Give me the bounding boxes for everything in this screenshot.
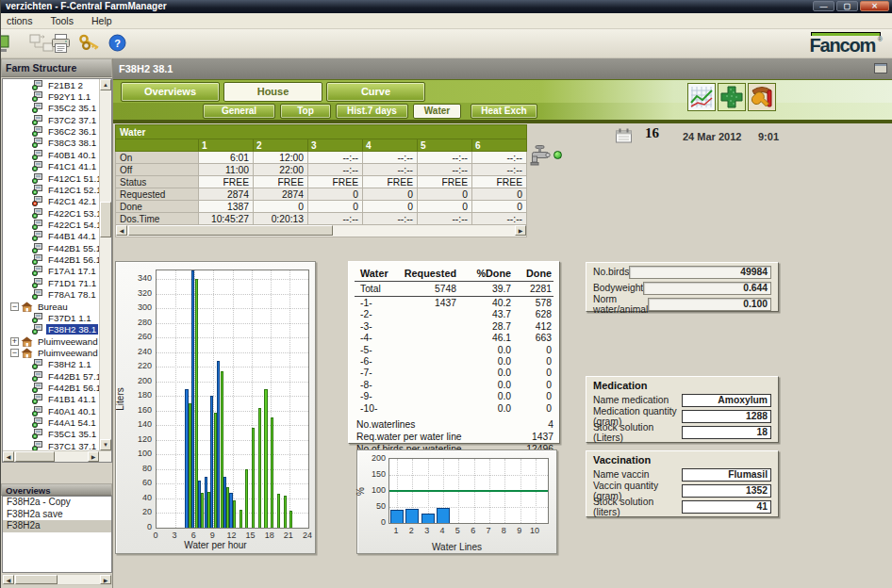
water-cell[interactable]: 0: [472, 188, 527, 201]
keys-icon[interactable]: [78, 34, 103, 57]
medication-value-field[interactable]: 18: [682, 426, 771, 439]
tree-item[interactable]: F44B1 44.1: [3, 231, 99, 242]
chart-button[interactable]: [687, 83, 716, 111]
tree-item[interactable]: F442B1 56.1: [3, 382, 99, 393]
tree-item[interactable]: F37D1 1.1: [3, 312, 99, 323]
water-cell[interactable]: 0: [254, 201, 308, 213]
tree-hscroll-thumb[interactable]: [15, 451, 55, 462]
water-cell[interactable]: FREE: [308, 176, 363, 188]
scroll-right-icon[interactable]: ▶: [515, 225, 526, 236]
medication-value-field[interactable]: 1288: [682, 410, 771, 423]
tree-item[interactable]: F78A1 78.1: [3, 288, 99, 300]
scroll-right-icon[interactable]: ▶: [88, 451, 99, 462]
scroll-right-icon[interactable]: ▶: [100, 575, 111, 584]
scroll-down-icon[interactable]: ▼: [100, 439, 111, 450]
water-cell[interactable]: 11:00: [199, 164, 254, 176]
menu-item-ctions[interactable]: ctions: [7, 15, 32, 26]
water-cell[interactable]: 0: [418, 188, 472, 201]
tree-item[interactable]: F92Y1 1.1: [3, 90, 99, 102]
scroll-left-icon[interactable]: ◀: [3, 575, 14, 584]
tree-item[interactable]: F442B1 55.1: [3, 242, 99, 253]
tree-item[interactable]: F41C1 41.1: [3, 161, 99, 172]
tree-item[interactable]: +Pluimveewand 70: [3, 335, 99, 347]
tree-item[interactable]: F71D1 71.1: [3, 277, 99, 288]
tree-item[interactable]: F442B1 57.1: [3, 370, 99, 382]
tree-item[interactable]: F35C1 35.1: [3, 429, 99, 440]
water-cell[interactable]: FREE: [472, 176, 527, 188]
overview-list-item[interactable]: F38H2a: [3, 520, 111, 532]
tab-hist-7-days[interactable]: Hist.7 days: [336, 104, 408, 119]
water-cell[interactable]: 22:00: [254, 164, 308, 176]
water-cell[interactable]: --:--: [363, 164, 418, 176]
tree-item[interactable]: F44A1 54.1: [3, 416, 99, 428]
water-cell[interactable]: --:--: [418, 164, 472, 176]
close-button[interactable]: ✕: [860, 1, 889, 11]
tab-general[interactable]: General: [203, 104, 275, 119]
tab-water[interactable]: Water: [413, 104, 461, 119]
tree-item[interactable]: F38H2 1.1: [3, 359, 99, 370]
water-cell[interactable]: --:--: [472, 152, 527, 164]
tree-vscroll-thumb[interactable]: [100, 202, 111, 237]
scroll-up-icon[interactable]: ▲: [100, 79, 111, 90]
collapse-minus-icon[interactable]: −: [10, 302, 19, 311]
tree-item[interactable]: F422C1 53.1: [3, 207, 99, 219]
overviews-horizontal-scrollbar[interactable]: ◀ ▶: [2, 574, 112, 585]
water-cell[interactable]: FREE: [254, 176, 308, 188]
tree-item[interactable]: F21B1 2: [3, 79, 99, 90]
water-table-scrollbar[interactable]: ◀ ▶: [115, 225, 527, 237]
tab-overviews[interactable]: Overviews: [121, 82, 220, 102]
flock-info-value-field[interactable]: 49984: [629, 266, 771, 279]
tree-item[interactable]: F42C1 42.1: [3, 196, 99, 207]
water-cell[interactable]: 0: [363, 201, 418, 213]
water-cell[interactable]: --:--: [308, 213, 363, 225]
tree-horizontal-scrollbar[interactable]: ◀ ▶: [3, 450, 111, 462]
tree-item[interactable]: F35C2 35.1: [3, 103, 99, 114]
water-cell[interactable]: --:--: [363, 152, 418, 164]
tab-house[interactable]: House: [223, 82, 322, 102]
tree-item[interactable]: F38H2 38.1: [3, 324, 99, 335]
overviews-hscroll-thumb[interactable]: [15, 575, 58, 584]
water-cell[interactable]: 0: [472, 201, 527, 213]
tree-item[interactable]: F37C1 37.1: [3, 440, 99, 450]
water-cell[interactable]: --:--: [418, 152, 472, 164]
tree-vertical-scrollbar[interactable]: ▲ ▼: [99, 79, 111, 450]
help-icon[interactable]: ?: [108, 34, 126, 56]
water-cell[interactable]: --:--: [418, 213, 472, 225]
overview-list-item[interactable]: F38H2a save: [3, 509, 111, 521]
tree-item[interactable]: F40A1 40.1: [3, 405, 99, 416]
water-cell[interactable]: 0: [308, 201, 363, 213]
overview-list-item[interactable]: F38H2a - Copy: [3, 497, 111, 509]
water-cell[interactable]: 2874: [254, 188, 308, 201]
tree-item[interactable]: −Pluimveewand F:: [3, 347, 99, 358]
feed-tools-button[interactable]: [748, 83, 776, 111]
tree-item[interactable]: F412C1 51.1: [3, 172, 99, 184]
water-cell[interactable]: --:--: [308, 164, 363, 176]
tree-item[interactable]: F41B1 41.1: [3, 394, 99, 405]
scroll-left-icon[interactable]: ◀: [3, 451, 14, 462]
panel-window-icon[interactable]: [874, 63, 887, 74]
print-icon[interactable]: [50, 34, 72, 57]
tree-item[interactable]: F442B1 56.1: [3, 253, 99, 265]
tab-curve[interactable]: Curve: [326, 82, 425, 102]
water-cell[interactable]: --:--: [472, 213, 527, 225]
app-icon[interactable]: [0, 35, 10, 57]
tree-item[interactable]: F37C2 37.1: [3, 114, 99, 125]
water-cell[interactable]: 2874: [199, 188, 254, 201]
tab-heat-exch[interactable]: Heat Exch: [471, 104, 537, 119]
flock-info-value-field[interactable]: 0.644: [643, 282, 771, 295]
scroll-left-icon[interactable]: ◀: [116, 225, 127, 236]
tree-item[interactable]: −Bureau: [3, 301, 99, 312]
collapse-minus-icon[interactable]: −: [10, 349, 19, 357]
water-cell[interactable]: 0: [308, 188, 363, 201]
water-cell[interactable]: --:--: [472, 164, 527, 176]
vaccination-value-field[interactable]: 41: [682, 500, 771, 514]
water-cell[interactable]: 0:20:13: [254, 213, 308, 225]
flock-info-value-field[interactable]: 0.100: [648, 298, 771, 311]
water-cell[interactable]: --:--: [308, 152, 363, 164]
minimize-button[interactable]: —: [813, 1, 834, 11]
water-cell[interactable]: --:--: [363, 213, 418, 225]
tree-item[interactable]: F38C3 38.1: [3, 138, 99, 149]
medication-value-field[interactable]: Amoxylum: [682, 394, 771, 407]
vaccination-value-field[interactable]: Flumasil: [682, 468, 771, 482]
tree-item[interactable]: F40B1 40.1: [3, 149, 99, 160]
